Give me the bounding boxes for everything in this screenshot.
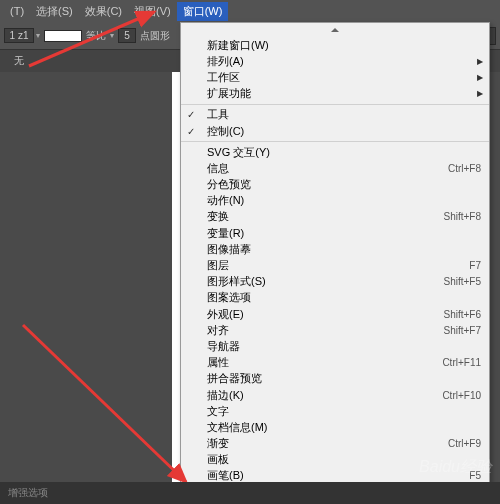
menu-item-flattener[interactable]: 拼合器预览 — [181, 371, 489, 387]
check-icon: ✓ — [187, 109, 195, 120]
menu-item-pattern-options[interactable]: 图案选项 — [181, 290, 489, 306]
statusbar: 增强选项 — [0, 482, 500, 504]
menu-item-variables[interactable]: 变量(R) — [181, 225, 489, 241]
menu-item-arrange[interactable]: 排列(A)▶ — [181, 53, 489, 69]
menu-item-workspace[interactable]: 工作区▶ — [181, 69, 489, 85]
stroke-preview[interactable] — [44, 30, 82, 42]
menu-item-align[interactable]: 对齐Shift+F7 — [181, 322, 489, 338]
menu-t[interactable]: (T) — [4, 3, 30, 19]
uniform-label: 等比 — [86, 29, 106, 43]
separator — [181, 141, 489, 142]
menu-select[interactable]: 选择(S) — [30, 2, 79, 21]
check-icon: ✓ — [187, 126, 195, 137]
menu-window[interactable]: 窗口(W) — [177, 2, 229, 21]
tab-none[interactable]: 无 — [6, 52, 32, 70]
menu-item-attributes[interactable]: 属性Ctrl+F11 — [181, 355, 489, 371]
menu-item-tools[interactable]: ✓工具 — [181, 107, 489, 123]
menu-item-tracing[interactable]: 图像描摹 — [181, 241, 489, 257]
stroke-weight-field[interactable]: 1 z1 — [4, 28, 34, 43]
menu-item-graphic-styles[interactable]: 图形样式(S)Shift+F5 — [181, 274, 489, 290]
menu-item-gradient[interactable]: 渐变Ctrl+F9 — [181, 436, 489, 452]
chevron-down-icon[interactable]: ▾ — [36, 31, 40, 40]
scroll-up-arrow[interactable] — [181, 23, 489, 37]
menu-item-separations[interactable]: 分色预览 — [181, 177, 489, 193]
menu-item-layers[interactable]: 图层F7 — [181, 257, 489, 273]
submenu-arrow-icon: ▶ — [477, 89, 483, 98]
watermark: Baidu经验 — [419, 457, 492, 478]
menubar: (T) 选择(S) 效果(C) 视图(V) 窗口(W) — [0, 0, 500, 22]
menu-item-extensions[interactable]: 扩展功能▶ — [181, 86, 489, 102]
menu-item-transform[interactable]: 变换Shift+F8 — [181, 209, 489, 225]
separator — [181, 104, 489, 105]
menu-item-doc-info[interactable]: 文档信息(M) — [181, 419, 489, 435]
chevron-down-icon[interactable]: ▾ — [110, 31, 114, 40]
menu-item-appearance[interactable]: 外观(E)Shift+F6 — [181, 306, 489, 322]
statusbar-label: 增强选项 — [8, 486, 48, 500]
menu-item-navigator[interactable]: 导航器 — [181, 338, 489, 354]
window-menu-dropdown: 新建窗口(W) 排列(A)▶ 工作区▶ 扩展功能▶ ✓工具 ✓控制(C) SVG… — [180, 22, 490, 500]
menu-item-stroke[interactable]: 描边(K)Ctrl+F10 — [181, 387, 489, 403]
menu-effect[interactable]: 效果(C) — [79, 2, 128, 21]
menu-item-new-window[interactable]: 新建窗口(W) — [181, 37, 489, 53]
svg-marker-0 — [331, 28, 339, 32]
menu-item-svg[interactable]: SVG 交互(Y) — [181, 144, 489, 160]
star-points-field[interactable]: 5 — [118, 28, 136, 43]
star-label: 点圆形 — [140, 29, 170, 43]
menu-view[interactable]: 视图(V) — [128, 2, 177, 21]
menu-item-control[interactable]: ✓控制(C) — [181, 123, 489, 139]
menu-item-info[interactable]: 信息Ctrl+F8 — [181, 160, 489, 176]
submenu-arrow-icon: ▶ — [477, 73, 483, 82]
menu-item-actions[interactable]: 动作(N) — [181, 193, 489, 209]
submenu-arrow-icon: ▶ — [477, 57, 483, 66]
menu-item-type[interactable]: 文字 — [181, 403, 489, 419]
